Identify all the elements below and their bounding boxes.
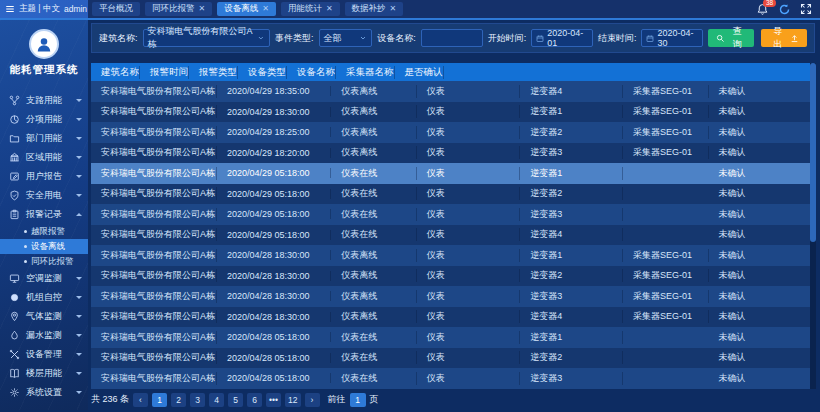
calendar-icon [536,34,544,43]
page-button[interactable]: 3 [190,393,205,407]
table-row[interactable]: 安科瑞电气股份有限公司A栋 2020/04/29 05:18:00 仪表在线 仪… [91,225,815,246]
notification-bell-icon[interactable]: 38 [756,3,769,16]
cell-confirm-status: 未确认 [709,372,815,385]
tab-close-icon[interactable]: ✕ [262,5,269,13]
cell-alarm-type: 仪表在线 [331,372,416,385]
cell-confirm-status: 未确认 [709,146,815,159]
scrollbar-thumb[interactable] [810,63,816,242]
table-row[interactable]: 安科瑞电气股份有限公司A栋 2020/04/29 05:18:00 仪表在线 仪… [91,204,815,225]
avatar[interactable] [29,29,59,59]
sidebar-item-alarm-records[interactable]: 报警记录 [0,205,88,224]
sidebar-item-hvac-monitoring[interactable]: 空调监测 [0,269,88,288]
building-select[interactable]: 安科瑞电气股份有限公司A栋 [143,29,271,47]
table-row[interactable]: 安科瑞电气股份有限公司A栋 2020/04/28 05:18:00 仪表在线 仪… [91,327,815,348]
tab[interactable]: 平台概况 ✕ [92,2,140,16]
sidebar-item-gas-monitoring[interactable]: 气体监测 [0,307,88,326]
cell-device-name: 逆变器2 [520,269,623,282]
hamburger-menu-icon[interactable] [5,4,15,14]
sidebar-item-branch-energy[interactable]: 支路用能 [0,91,88,110]
chevron-down-icon [257,34,265,42]
alarm-submenu: 越限报警 设备离线 同环比报警 [0,224,88,269]
sidebar-item-leak-monitoring[interactable]: 漏水监测 [0,326,88,345]
sidebar-item-safe-electricity[interactable]: 安全用电 [0,186,88,205]
table-row[interactable]: 安科瑞电气股份有限公司A栋 2020/04/28 05:18:00 仪表在线 仪… [91,348,815,369]
table-row[interactable]: 安科瑞电气股份有限公司A栋 2020/04/29 18:30:00 仪表离线 仪… [91,102,815,123]
table-row[interactable]: 安科瑞电气股份有限公司A栋 2020/04/29 18:35:00 仪表离线 仪… [91,81,815,102]
goto-page-input[interactable]: 1 [350,393,366,407]
search-button[interactable]: 查询 [708,29,754,47]
cell-device-type: 仪表 [417,249,521,262]
cell-alarm-type: 仪表在线 [331,167,416,180]
building-select-value: 安科瑞电气股份有限公司A栋 [148,25,258,51]
bullet-icon [24,245,27,248]
sidebar-item-subentry-energy[interactable]: 分项用能 [0,110,88,129]
page-button[interactable]: 2 [171,393,186,407]
cell-building: 安科瑞电气股份有限公司A栋 [91,146,217,159]
fullscreen-icon[interactable] [800,3,812,15]
start-date-value: 2020-04-01 [547,28,588,48]
page-button[interactable]: 1 [152,393,167,407]
page-button[interactable]: ••• [266,393,281,407]
tab[interactable]: 同环比报警 ✕ [145,2,212,16]
sidebar-item-system-settings[interactable]: 系统设置 [0,383,88,402]
page-button[interactable]: 6 [247,393,262,407]
page-button[interactable]: 4 [209,393,224,407]
next-page-button[interactable]: › [305,393,320,407]
page-button[interactable]: 12 [285,393,300,407]
top-bar: 主题 | 中文 admin 平台概况 ✕ 同环比报警 ✕ 设备离线 ✕ 用能统计… [0,0,820,20]
filter-bar: 建筑名称: 安科瑞电气股份有限公司A栋 事件类型: 全部 设备名称: 开始时间:… [91,23,815,53]
sidebar-item-label: 用户报告 [26,170,70,183]
sidebar-item-user-report[interactable]: 用户报告 [0,167,88,186]
device-name-input[interactable] [421,29,483,47]
sidebar-item-device-management[interactable]: 设备管理 [0,345,88,364]
tab[interactable]: 数据补抄 ✕ [345,2,404,16]
table-row[interactable]: 安科瑞电气股份有限公司A栋 2020/04/29 05:18:00 仪表在线 仪… [91,184,815,205]
cell-alarm-time: 2020/04/28 18:30:00 [217,271,331,281]
cell-building: 安科瑞电气股份有限公司A栋 [91,372,217,385]
page-button[interactable]: 5 [228,393,243,407]
start-date-picker[interactable]: 2020-04-01 [531,29,593,47]
export-button[interactable]: 导出 [761,29,807,47]
sidebar-subitem[interactable]: 设备离线 [0,239,88,254]
table-row[interactable]: 安科瑞电气股份有限公司A栋 2020/04/28 18:30:00 仪表离线 仪… [91,266,815,287]
table-row[interactable]: 安科瑞电气股份有限公司A栋 2020/04/29 18:20:00 仪表离线 仪… [91,143,815,164]
cell-confirm-status: 未确认 [709,228,815,241]
tab-close-icon[interactable]: ✕ [390,5,397,13]
event-type-select[interactable]: 全部 [319,29,373,47]
end-time-label: 结束时间: [598,32,637,45]
tab[interactable]: 用能统计 ✕ [281,2,340,16]
tab[interactable]: 设备离线 ✕ [217,2,276,16]
table-scrollbar[interactable] [810,63,816,389]
end-date-picker[interactable]: 2020-04-30 [641,29,703,47]
cell-device-name: 逆变器1 [520,105,623,118]
sidebar-item-unit-autocontrol[interactable]: 机组自控 [0,288,88,307]
table-row[interactable]: 安科瑞电气股份有限公司A栋 2020/04/28 18:30:00 仪表离线 仪… [91,245,815,266]
cell-device-type: 仪表 [417,105,521,118]
cell-alarm-type: 仪表离线 [331,290,416,303]
refresh-icon[interactable] [778,3,791,16]
sidebar-item-label: 漏水监测 [26,329,70,342]
cell-building: 安科瑞电气股份有限公司A栋 [91,331,217,344]
sidebar-subitem[interactable]: 越限报警 [0,224,88,239]
prev-page-button[interactable]: ‹ [133,393,148,407]
tab-close-icon[interactable]: ✕ [326,5,333,13]
theme-language-switch[interactable]: 主题 | 中文 [19,3,60,15]
sidebar-subitem[interactable]: 同环比报警 [0,254,88,269]
cell-confirm-status: 未确认 [709,187,815,200]
sidebar-item-label: 分项用能 [26,113,70,126]
table-row[interactable]: 安科瑞电气股份有限公司A栋 2020/04/28 18:30:00 仪表离线 仪… [91,286,815,307]
table-row[interactable]: 安科瑞电气股份有限公司A栋 2020/04/29 05:18:00 仪表在线 仪… [91,163,815,184]
user-menu[interactable]: admin [64,4,87,14]
sidebar-item-area-energy[interactable]: 区域用能 [0,148,88,167]
tab-close-icon[interactable]: ✕ [199,5,206,13]
chevron-down-icon [76,194,82,197]
cell-confirm-status: 未确认 [709,269,815,282]
calendar-icon [646,34,654,43]
table-row[interactable]: 安科瑞电气股份有限公司A栋 2020/04/28 18:30:00 仪表离线 仪… [91,307,815,328]
cell-confirm-status: 未确认 [709,249,815,262]
sidebar-item-department-energy[interactable]: 部门用能 [0,129,88,148]
table-row[interactable]: 安科瑞电气股份有限公司A栋 2020/04/28 05:18:00 仪表在线 仪… [91,368,815,389]
sidebar-item-floor-energy[interactable]: 楼层用能 [0,364,88,383]
table-row[interactable]: 安科瑞电气股份有限公司A栋 2020/04/29 18:25:00 仪表离线 仪… [91,122,815,143]
cell-confirm-status: 未确认 [709,105,815,118]
